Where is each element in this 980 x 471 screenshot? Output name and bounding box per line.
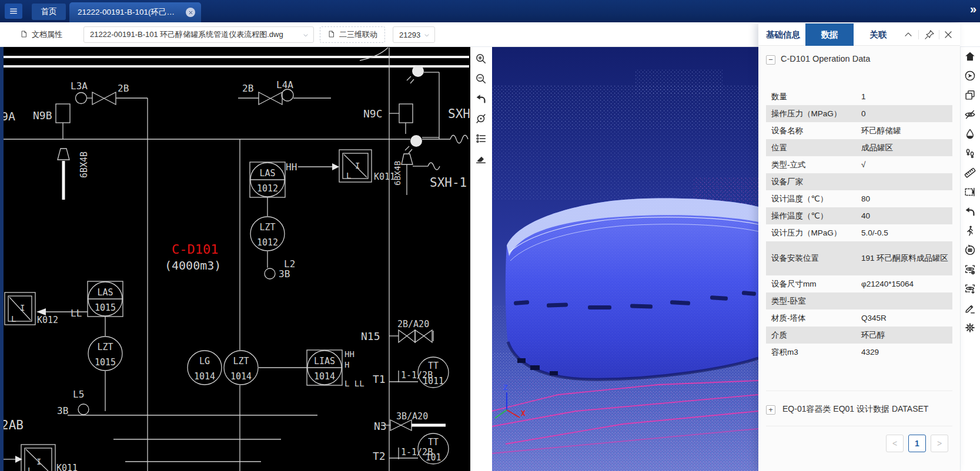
svg-text:1014: 1014 — [194, 371, 215, 382]
pagination-next-button[interactable]: > — [931, 435, 948, 452]
zoom-in-icon[interactable] — [474, 52, 489, 66]
hamburger-icon — [9, 6, 18, 16]
cad-label: I — [355, 161, 360, 170]
settings-icon[interactable] — [964, 321, 978, 335]
layer-list-icon[interactable] — [474, 132, 489, 146]
collapse-panel-icon[interactable] — [902, 29, 914, 41]
cad-instrument[interactable]: LZT1014 — [224, 351, 258, 385]
row-value: √ — [861, 159, 952, 171]
tab-basic-info[interactable]: 基础信息 — [761, 23, 805, 46]
row-label: 设备名称 — [766, 126, 861, 136]
eraser-icon[interactable] — [474, 152, 489, 166]
separator — [918, 30, 919, 39]
pencil-icon[interactable] — [964, 302, 978, 316]
target-icon[interactable] — [474, 112, 489, 126]
cad-viewport[interactable]: L3A2B9AN9B6BX4B2BL4AN9CSXHHHK0116BX4BSXH… — [4, 47, 470, 471]
svg-text:LIAS: LIAS — [314, 356, 335, 366]
walker-icon[interactable] — [964, 224, 978, 238]
svg-text:1015: 1015 — [95, 357, 116, 368]
ruler-icon[interactable] — [964, 166, 978, 180]
cad-label: K011 — [56, 463, 78, 471]
row-label: 类型-立式 — [766, 160, 861, 170]
table-row: 设备尺寸mmφ21240*15064 — [766, 275, 952, 292]
data-panel: 基础信息 数据 关联 − C-D101 Operation Data 数量1操作… — [758, 23, 960, 471]
svg-text:1011: 1011 — [423, 376, 444, 386]
row-value: 5.0/-0.5 — [861, 227, 952, 239]
section-title: EQ-01容器类 EQ01 设计数据 DATASET — [782, 404, 928, 415]
table-row: 位置成品罐区 — [766, 139, 952, 156]
chevron-down-icon — [423, 31, 431, 39]
overflow-chevrons-icon[interactable]: » — [970, 2, 975, 16]
table-row: 操作压力（MPaG）0 — [766, 105, 952, 122]
eye-off-icon[interactable] — [964, 108, 978, 122]
table-row: 操作温度（℃）40 — [766, 207, 952, 224]
chevron-down-icon — [302, 31, 310, 39]
row-value: 4329 — [861, 346, 952, 358]
link-2d-3d-button[interactable]: 二三维联动 — [320, 26, 385, 43]
expand-section-button[interactable]: + — [766, 405, 775, 415]
row-label: 容积m3 — [766, 347, 861, 358]
undo-icon[interactable] — [474, 92, 489, 106]
close-panel-icon[interactable] — [942, 29, 954, 41]
cad-instrument[interactable]: LZT1015 — [88, 337, 122, 371]
row-value: 0 — [861, 108, 952, 120]
tab-home[interactable]: 首页 — [32, 4, 66, 20]
cad-label: SXH-1 — [430, 176, 467, 190]
cad-instrument[interactable]: LZT1012 — [250, 217, 285, 251]
droplet-icon[interactable] — [964, 127, 978, 142]
viewpoint-save-icon[interactable] — [964, 282, 978, 297]
home-icon[interactable] — [964, 50, 978, 64]
footprints-icon[interactable] — [964, 147, 978, 161]
table-row: 设备安装位置191 环己酮原料成品罐区 — [766, 241, 952, 275]
row-label: 操作温度（℃） — [766, 211, 861, 221]
row-label: 设计温度（℃） — [766, 194, 861, 204]
row-label: 设备尺寸mm — [766, 279, 861, 290]
rotate-camera-icon[interactable] — [964, 244, 978, 258]
table-row: 设备名称环己醇储罐 — [766, 122, 952, 139]
cad-label: N15 — [361, 330, 380, 342]
pagination-prev-button[interactable]: < — [886, 435, 904, 452]
cad-label: 2B — [118, 83, 129, 94]
close-tab-icon[interactable] — [186, 8, 195, 17]
cad-label: L — [11, 314, 16, 324]
cad-label: C-D101 — [172, 242, 218, 257]
cad-label: T1 — [373, 373, 386, 385]
section-dataset: + EQ-01容器类 EQ01 设计数据 DATASET — [758, 399, 960, 420]
navigate-icon[interactable] — [964, 69, 978, 83]
zoom-out-icon[interactable] — [474, 72, 489, 86]
table-row: 类型-卧室 — [766, 292, 952, 309]
tab-document[interactable]: 21222-00191-B-101(环己… — [69, 2, 201, 22]
tab-data[interactable]: 数据 — [805, 23, 854, 46]
cad-label: L3A — [71, 80, 88, 92]
document-properties-button[interactable]: 文档属性 — [20, 26, 62, 43]
cad-label: N9B — [33, 109, 52, 122]
pin-panel-icon[interactable] — [924, 29, 935, 41]
cad-label: 2B/A20 — [397, 319, 429, 329]
separator — [939, 30, 939, 39]
table-row: 容积m34329 — [766, 344, 952, 361]
code-select[interactable]: 21293 — [393, 26, 435, 43]
viewpoint-settings-icon[interactable] — [964, 263, 978, 277]
cad-instrument[interactable]: LIAS1014 — [307, 350, 342, 385]
pagination-page-1[interactable]: 1 — [908, 435, 926, 452]
layers-icon[interactable] — [964, 89, 978, 103]
document-properties-label: 文档属性 — [32, 29, 62, 40]
table-row: 设计温度（℃）80 — [766, 190, 952, 207]
cad-instrument[interactable]: LAS1015 — [88, 281, 123, 317]
menu-button[interactable] — [5, 4, 22, 19]
divider — [766, 391, 952, 391]
drawing-file-select[interactable]: 21222-00191-B-101 环己醇储罐系统管道仪表流程图.dwg — [83, 26, 314, 43]
cad-label: 3B/A20 — [396, 411, 428, 422]
undo-icon[interactable] — [964, 205, 978, 219]
svg-text:TT: TT — [428, 437, 439, 448]
section-box-icon[interactable] — [964, 186, 978, 200]
cad-instrument[interactable]: LAS1012 — [250, 162, 285, 197]
cad-label: N3 — [374, 420, 387, 432]
drawing-file-name: 21222-00191-B-101 环己醇储罐系统管道仪表流程图.dwg — [90, 29, 283, 40]
table-row: 设备厂家 — [766, 173, 952, 190]
row-label: 位置 — [766, 143, 861, 153]
cad-instrument[interactable]: LG1014 — [188, 351, 222, 385]
viewer-3d[interactable]: Z X Y — [492, 47, 758, 471]
collapse-section-button[interactable]: − — [766, 55, 775, 65]
tab-related[interactable]: 关联 — [859, 23, 897, 46]
